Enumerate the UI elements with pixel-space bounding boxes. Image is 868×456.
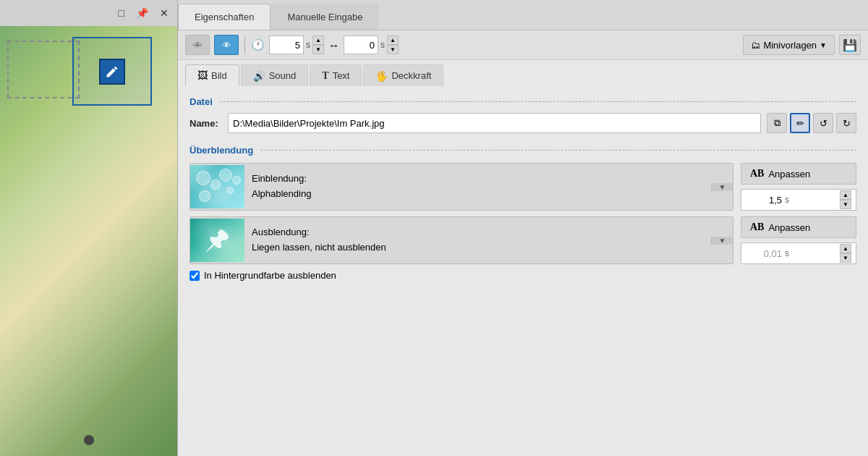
datei-section-title: Datei — [190, 96, 856, 107]
left-panel: □ 📌 ✕ — [0, 0, 177, 456]
ausblendung-anpassen-label: Anpassen — [768, 222, 810, 233]
pencil-icon — [105, 64, 119, 79]
ausblendung-time-row: s ▲ ▼ — [741, 242, 856, 264]
einblendung-time-up[interactable]: ▲ — [840, 190, 851, 200]
tab-eigenschaften[interactable]: Eigenschaften — [178, 4, 271, 30]
content-area: Datei Name: ⧉ ✏ ↺ ↻ Überblendung — [178, 86, 868, 456]
bubble-3 — [219, 169, 232, 182]
edit-icon: ✏ — [796, 118, 804, 129]
einblendung-selector[interactable]: Einblendung: Alphablending ▼ — [190, 163, 733, 211]
timeline-dot — [84, 435, 94, 445]
einblendung-time-spinner: ▲ ▼ — [840, 190, 851, 209]
hide-icon: 👁 — [193, 40, 203, 51]
close-button[interactable]: ✕ — [158, 6, 170, 20]
offset-spinner: ▲ ▼ — [387, 35, 399, 54]
duration-group: 5 s ▲ ▼ — [269, 35, 324, 54]
name-label: Name: — [190, 118, 222, 129]
einblendung-row: Einblendung: Alphablending ▼ AB Anpassen… — [190, 163, 856, 211]
tab-bild[interactable]: 🖼 Bild — [185, 64, 239, 86]
template-icon: 🗂 — [751, 40, 760, 51]
einblendung-anpassen-button[interactable]: AB Anpassen — [741, 163, 856, 185]
offset-up[interactable]: ▲ — [387, 35, 399, 45]
save-icon: 💾 — [843, 38, 857, 52]
einblendung-time-down[interactable]: ▼ — [840, 200, 851, 209]
copy-path-button[interactable]: ⧉ — [767, 113, 787, 133]
anpassen-icon-1: AB — [750, 168, 764, 180]
hintergrund-checkbox[interactable] — [190, 271, 200, 281]
name-input[interactable] — [228, 113, 761, 133]
tab-deckkraft[interactable]: 🖐 Deckkraft — [363, 64, 443, 86]
minivorlagen-label: Minivorlagen — [763, 40, 817, 51]
pin-button[interactable]: 📌 — [135, 6, 150, 20]
bubble-6 — [232, 176, 241, 185]
right-panel: Eigenschaften Manuelle Eingabe 👁 👁 🕐 5 s… — [177, 0, 868, 456]
einblendung-time-input[interactable] — [746, 195, 782, 206]
main-tabs: Eigenschaften Manuelle Eingabe — [178, 0, 868, 30]
tab-text[interactable]: T Text — [310, 64, 362, 86]
deckkraft-icon: 🖐 — [375, 70, 388, 82]
bild-label: Bild — [211, 70, 227, 81]
show-icon: 👁 — [222, 40, 231, 51]
einblendung-value: Alphablending — [252, 187, 704, 202]
hintergrund-checkbox-label[interactable]: In Hintergrundfarbe ausblenden — [190, 270, 336, 281]
ausblendung-time-down[interactable]: ▼ — [840, 253, 851, 263]
sound-icon: 🔊 — [253, 70, 265, 82]
refresh-button[interactable]: ↺ — [813, 113, 833, 133]
bubble-2 — [210, 180, 221, 190]
rotate-button[interactable]: ↻ — [836, 113, 856, 133]
hide-button[interactable]: 👁 — [185, 35, 210, 55]
einblendung-dropdown-button[interactable]: ▼ — [711, 183, 733, 191]
ausblendung-preview — [190, 219, 244, 262]
ausblendung-anpassen-button[interactable]: AB Anpassen — [741, 216, 856, 238]
bild-icon: 🖼 — [197, 69, 208, 81]
offset-input[interactable]: 0 — [344, 35, 378, 54]
ausblendung-text: Ausblendung: Liegen lassen, nicht ausble… — [244, 219, 711, 261]
bubble-1 — [196, 171, 210, 185]
save-button[interactable]: 💾 — [839, 35, 861, 55]
duration-input[interactable]: 5 — [269, 35, 304, 54]
canvas-image — [0, 26, 177, 456]
duration-down[interactable]: ▼ — [312, 45, 324, 54]
tab-sound[interactable]: 🔊 Sound — [241, 64, 309, 86]
ausblendung-label: Ausblendung: — [252, 225, 704, 240]
offset-down[interactable]: ▼ — [387, 45, 399, 54]
text-label: Text — [333, 70, 350, 81]
ausblendung-dropdown-button[interactable]: ▼ — [711, 237, 733, 245]
name-actions: ⧉ ✏ ↺ ↻ — [767, 113, 856, 133]
window-controls: □ 📌 ✕ — [0, 0, 177, 26]
einblendung-time-row: s ▲ ▼ — [741, 189, 856, 211]
ausblendung-time-unit: s — [785, 248, 837, 258]
einblendung-right: AB Anpassen s ▲ ▼ — [741, 163, 856, 211]
ausblendung-time-input[interactable] — [746, 248, 782, 259]
ausblendung-row: Ausblendung: Liegen lassen, nicht ausble… — [190, 216, 856, 264]
duration-unit: s — [306, 40, 310, 50]
bubble-5 — [199, 190, 210, 202]
minivorlagen-button[interactable]: 🗂 Minivorlagen ▼ — [743, 35, 835, 55]
ausblendung-selector[interactable]: Ausblendung: Liegen lassen, nicht ausble… — [190, 216, 733, 264]
edit-file-button[interactable]: ✏ — [790, 113, 810, 133]
canvas-area — [0, 26, 177, 456]
hintergrund-row: In Hintergrundfarbe ausblenden — [190, 270, 856, 281]
offset-unit: s — [380, 40, 385, 50]
anpassen-icon-2: AB — [750, 221, 764, 233]
edit-overlay[interactable] — [99, 59, 125, 85]
square-button[interactable]: □ — [117, 6, 126, 20]
copy-icon: ⧉ — [774, 117, 780, 129]
sound-label: Sound — [269, 70, 297, 81]
tab-manuelle-eingabe[interactable]: Manuelle Eingabe — [271, 4, 379, 30]
slide-thumbnail — [7, 41, 80, 98]
show-button[interactable]: 👁 — [214, 35, 239, 55]
einblendung-text: Einblendung: Alphablending — [244, 166, 711, 208]
ausblendung-right: AB Anpassen s ▲ ▼ — [741, 216, 856, 264]
duration-up[interactable]: ▲ — [312, 35, 324, 45]
clock-icon: 🕐 — [251, 38, 265, 51]
ueberblendung-section-title: Überblendung — [190, 145, 856, 156]
ausblendung-value: Liegen lassen, nicht ausblenden — [252, 240, 704, 256]
hintergrund-label: In Hintergrundfarbe ausblenden — [204, 270, 336, 281]
duration-spinner: ▲ ▼ — [312, 35, 324, 54]
selected-item[interactable] — [72, 37, 152, 106]
ausblendung-time-spinner: ▲ ▼ — [840, 244, 851, 263]
rotate-icon: ↻ — [843, 118, 851, 129]
ausblendung-time-up[interactable]: ▲ — [840, 244, 851, 253]
dropdown-arrow-icon: ▼ — [820, 41, 827, 49]
